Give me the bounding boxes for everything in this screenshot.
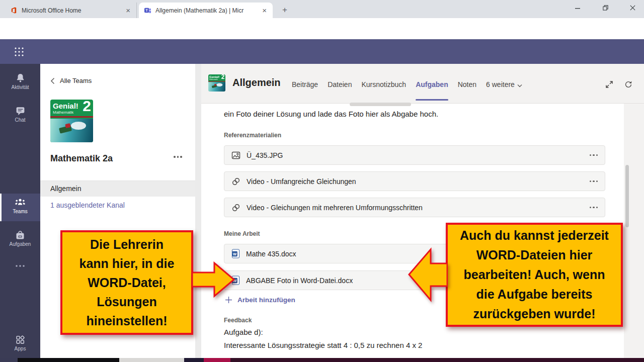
svg-text:T: T — [145, 8, 148, 13]
hidden-channel-link[interactable]: 1 ausgeblendeter Kanal — [50, 201, 125, 209]
team-name: Mathematik 2a — [50, 153, 113, 164]
channel-item-allgemein[interactable]: Allgemein — [40, 181, 195, 197]
reference-materials-label: Referenzmaterialien — [224, 132, 281, 139]
attachment-more-icon[interactable] — [590, 154, 598, 156]
svg-text:W: W — [233, 252, 237, 256]
window-close-button[interactable] — [625, 4, 640, 14]
rail-item-chat[interactable]: Chat — [0, 106, 40, 123]
backpack-icon — [15, 230, 25, 240]
apps-icon — [15, 334, 26, 345]
rail-item-assignments[interactable]: Aufgaben — [0, 230, 40, 247]
channel-avatar: 2 Genial! Mathematik — [208, 74, 225, 92]
annotation-arrow-left-icon — [408, 240, 448, 310]
sidebar-scrollbar-track[interactable] — [195, 64, 201, 358]
assignment-intro-text: ein Foto deiner Lösung und lade das Foto… — [224, 110, 438, 118]
divider — [201, 103, 644, 104]
annotation-arrow-right-icon — [192, 258, 235, 301]
attachment-name: Ü_435.JPG — [247, 151, 584, 159]
tab-dateien[interactable]: Dateien — [328, 80, 352, 103]
tab-beitraege[interactable]: Beiträge — [292, 80, 318, 103]
bottom-edge-segment — [204, 358, 230, 362]
content-right-margin — [624, 103, 644, 358]
feedback-line: Interessante Lösungsstrategie statt 4 : … — [224, 341, 422, 349]
rail-item-activity[interactable]: Aktivität — [0, 73, 40, 90]
window-restore-button[interactable] — [598, 4, 613, 14]
link-icon — [231, 177, 240, 186]
main-scrollbar-thumb[interactable] — [625, 165, 629, 227]
back-to-all-teams[interactable]: Alle Teams — [50, 77, 92, 84]
rail-item-apps[interactable]: Apps — [0, 272, 40, 351]
attachment-more-icon[interactable] — [590, 180, 598, 183]
tab-kursnotizbuch[interactable]: Kursnotizbuch — [361, 80, 406, 103]
waffle-menu-icon[interactable] — [14, 47, 24, 57]
attachment-more-icon[interactable] — [590, 207, 598, 209]
channel-title: Allgemein — [232, 77, 281, 88]
new-tab-button[interactable]: + — [280, 5, 290, 15]
feedback-label: Feedback — [224, 317, 252, 324]
team-more-menu-icon[interactable] — [174, 156, 182, 158]
expand-icon[interactable] — [605, 80, 614, 89]
team-cover-image[interactable]: 2 Genial! Mathematik — [50, 100, 93, 142]
rail-more-icon[interactable] — [0, 264, 40, 268]
attachment-name: Video - Gleichungen mit mehreren Umformu… — [247, 204, 584, 212]
tab-aufgaben[interactable]: Aufgaben — [416, 80, 448, 103]
teams-icon: T — [144, 7, 151, 14]
teams-app-header: Microsoft Teams Suchen oder Befehl einge… — [0, 39, 644, 64]
teams-people-icon — [15, 198, 26, 208]
add-work-button[interactable]: Arbeit hinzufügen — [225, 296, 295, 304]
reference-item-row[interactable]: Video - Gleichungen mit mehreren Umformu… — [224, 198, 605, 217]
word-icon: W — [231, 249, 240, 258]
annotation-callout-right: Auch du kannst jederzeit WORD-Dateien hi… — [446, 223, 623, 327]
bottom-edge-segment — [119, 358, 184, 362]
annotation-callout-left: Die Lehrerin kann hier, in die WORD-Date… — [60, 230, 193, 335]
browser-tab-teams[interactable]: T Allgemein (Mathematik 2a) | Micr × — [139, 3, 273, 18]
bottom-edge-segment — [230, 358, 644, 362]
rail-item-teams[interactable]: Teams — [0, 194, 40, 221]
bottom-edge-segment — [0, 358, 18, 362]
close-tab-icon[interactable]: × — [261, 7, 268, 14]
close-tab-icon[interactable]: × — [125, 7, 131, 14]
office-icon — [10, 7, 18, 14]
reference-item-row[interactable]: Video - Umfangreiche Gleichungen — [224, 171, 605, 191]
chat-icon — [15, 106, 26, 116]
bottom-edge-segment — [18, 358, 119, 362]
reference-item-row[interactable]: Ü_435.JPG — [224, 145, 605, 165]
window-minimize-button[interactable] — [570, 4, 585, 14]
image-icon — [231, 151, 240, 160]
browser-tab-strip: Microsoft Office Home × T Allgemein (Mat… — [0, 0, 644, 18]
refresh-icon[interactable] — [624, 80, 633, 89]
link-icon — [231, 203, 240, 212]
horizontal-scrollbar-thumb[interactable] — [350, 103, 411, 106]
screen: Microsoft Office Home × T Allgemein (Mat… — [0, 0, 644, 362]
attachment-name: Video - Umfangreiche Gleichungen — [247, 177, 584, 186]
my-work-label: Meine Arbeit — [224, 230, 260, 237]
bell-icon — [15, 73, 26, 83]
channel-tabs: Beiträge Dateien Kursnotizbuch Aufgaben … — [292, 80, 522, 103]
tab-noten[interactable]: Noten — [458, 80, 476, 103]
app-rail: Aktivität Chat Teams Aufgaben Apps ? Hil… — [0, 64, 40, 358]
chevron-left-icon — [50, 77, 55, 84]
bottom-edge-segment — [184, 358, 204, 362]
chevron-down-icon — [517, 84, 522, 87]
tab-title: Allgemein (Mathematik 2a) | Micr — [155, 7, 257, 14]
feedback-line: Aufgabe d): — [224, 328, 263, 336]
tab-more[interactable]: 6 weitere — [486, 80, 522, 103]
browser-toolbar: teams.microsoft.com/_#/school/classroom/… — [0, 18, 644, 39]
browser-tab-office[interactable]: Microsoft Office Home × — [5, 3, 137, 18]
tab-title: Microsoft Office Home — [22, 7, 121, 14]
